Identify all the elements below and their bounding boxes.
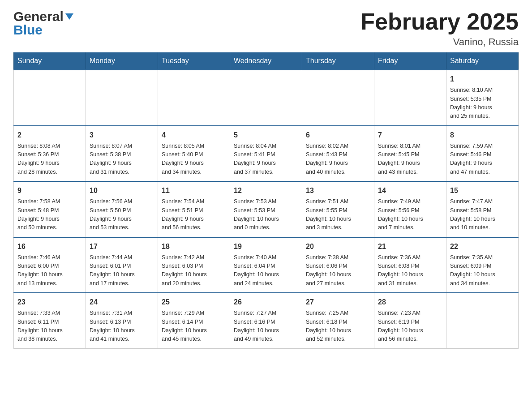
calendar-location: Vanino, Russia [360,36,519,48]
day-number: 4 [162,130,226,141]
calendar-cell: 12Sunrise: 7:53 AM Sunset: 5:53 PM Dayli… [230,181,302,237]
calendar-cell [86,70,158,126]
calendar-week-1: 1Sunrise: 8:10 AM Sunset: 5:35 PM Daylig… [14,70,519,126]
day-number: 15 [450,185,515,196]
weekday-header-friday: Friday [374,52,446,70]
day-info: Sunrise: 7:25 AM Sunset: 6:18 PM Dayligh… [306,309,370,344]
calendar-cell: 13Sunrise: 7:51 AM Sunset: 5:55 PM Dayli… [302,181,374,237]
day-number: 28 [378,297,442,308]
day-number: 23 [17,297,82,308]
day-info: Sunrise: 8:01 AM Sunset: 5:45 PM Dayligh… [378,142,442,177]
page-header: General Blue February 2025 Vanino, Russi… [13,9,519,48]
calendar-cell: 23Sunrise: 7:33 AM Sunset: 6:11 PM Dayli… [14,293,86,348]
weekday-header-tuesday: Tuesday [158,52,230,70]
weekday-header-thursday: Thursday [302,52,374,70]
day-number: 10 [90,185,154,196]
day-number: 3 [90,130,154,141]
day-info: Sunrise: 8:05 AM Sunset: 5:40 PM Dayligh… [162,142,226,177]
day-info: Sunrise: 7:56 AM Sunset: 5:50 PM Dayligh… [90,197,154,232]
day-number: 17 [90,241,154,252]
day-number: 18 [162,241,226,252]
day-info: Sunrise: 8:10 AM Sunset: 5:35 PM Dayligh… [450,86,515,121]
day-info: Sunrise: 7:29 AM Sunset: 6:14 PM Dayligh… [162,309,226,344]
calendar-cell: 3Sunrise: 8:07 AM Sunset: 5:38 PM Daylig… [86,126,158,182]
day-info: Sunrise: 7:59 AM Sunset: 5:46 PM Dayligh… [450,142,515,177]
calendar-cell: 16Sunrise: 7:46 AM Sunset: 6:00 PM Dayli… [14,237,86,293]
calendar-cell [14,70,86,126]
calendar-cell [374,70,446,126]
calendar-cell [446,293,519,348]
calendar-cell [302,70,374,126]
weekday-header-saturday: Saturday [446,52,519,70]
calendar-cell [158,70,230,126]
day-info: Sunrise: 7:42 AM Sunset: 6:03 PM Dayligh… [162,253,226,288]
day-number: 21 [378,241,442,252]
weekday-header-sunday: Sunday [14,52,86,70]
weekday-header-wednesday: Wednesday [230,52,302,70]
calendar-week-2: 2Sunrise: 8:08 AM Sunset: 5:36 PM Daylig… [14,126,519,182]
day-number: 5 [234,130,298,141]
calendar-cell: 2Sunrise: 8:08 AM Sunset: 5:36 PM Daylig… [14,126,86,182]
day-number: 1 [450,74,515,85]
weekday-header-row: SundayMondayTuesdayWednesdayThursdayFrid… [14,52,519,70]
calendar-cell: 6Sunrise: 8:02 AM Sunset: 5:43 PM Daylig… [302,126,374,182]
day-number: 27 [306,297,370,308]
calendar-cell: 8Sunrise: 7:59 AM Sunset: 5:46 PM Daylig… [446,126,519,182]
day-number: 2 [17,130,82,141]
logo-general-text: General [13,9,64,24]
day-number: 12 [234,185,298,196]
day-number: 13 [306,185,370,196]
day-number: 16 [17,241,82,252]
day-info: Sunrise: 7:53 AM Sunset: 5:53 PM Dayligh… [234,197,298,232]
day-info: Sunrise: 8:08 AM Sunset: 5:36 PM Dayligh… [17,142,82,177]
calendar-cell: 22Sunrise: 7:35 AM Sunset: 6:09 PM Dayli… [446,237,519,293]
calendar-cell: 7Sunrise: 8:01 AM Sunset: 5:45 PM Daylig… [374,126,446,182]
day-number: 25 [162,297,226,308]
calendar-cell: 11Sunrise: 7:54 AM Sunset: 5:51 PM Dayli… [158,181,230,237]
calendar-cell: 24Sunrise: 7:31 AM Sunset: 6:13 PM Dayli… [86,293,158,348]
calendar-cell: 26Sunrise: 7:27 AM Sunset: 6:16 PM Dayli… [230,293,302,348]
day-info: Sunrise: 7:54 AM Sunset: 5:51 PM Dayligh… [162,197,226,232]
calendar-title: February 2025 [360,9,519,34]
calendar-cell: 10Sunrise: 7:56 AM Sunset: 5:50 PM Dayli… [86,181,158,237]
calendar-cell: 20Sunrise: 7:38 AM Sunset: 6:06 PM Dayli… [302,237,374,293]
title-block: February 2025 Vanino, Russia [360,9,519,48]
day-number: 11 [162,185,226,196]
day-info: Sunrise: 7:58 AM Sunset: 5:48 PM Dayligh… [17,197,82,232]
calendar-cell: 28Sunrise: 7:23 AM Sunset: 6:19 PM Dayli… [374,293,446,348]
logo-blue-text: Blue [13,22,43,38]
day-info: Sunrise: 7:38 AM Sunset: 6:06 PM Dayligh… [306,253,370,288]
day-info: Sunrise: 8:07 AM Sunset: 5:38 PM Dayligh… [90,142,154,177]
day-info: Sunrise: 8:04 AM Sunset: 5:41 PM Dayligh… [234,142,298,177]
day-info: Sunrise: 7:49 AM Sunset: 5:56 PM Dayligh… [378,197,442,232]
day-info: Sunrise: 7:23 AM Sunset: 6:19 PM Dayligh… [378,309,442,344]
calendar-cell: 21Sunrise: 7:36 AM Sunset: 6:08 PM Dayli… [374,237,446,293]
calendar-cell: 9Sunrise: 7:58 AM Sunset: 5:48 PM Daylig… [14,181,86,237]
calendar-table: SundayMondayTuesdayWednesdayThursdayFrid… [13,52,519,349]
day-number: 26 [234,297,298,308]
day-number: 20 [306,241,370,252]
calendar-cell: 14Sunrise: 7:49 AM Sunset: 5:56 PM Dayli… [374,181,446,237]
calendar-cell: 17Sunrise: 7:44 AM Sunset: 6:01 PM Dayli… [86,237,158,293]
day-info: Sunrise: 7:27 AM Sunset: 6:16 PM Dayligh… [234,309,298,344]
logo: General Blue [13,9,74,38]
day-number: 24 [90,297,154,308]
weekday-header-monday: Monday [86,52,158,70]
logo-arrow-icon [64,12,74,23]
calendar-cell: 5Sunrise: 8:04 AM Sunset: 5:41 PM Daylig… [230,126,302,182]
day-info: Sunrise: 7:46 AM Sunset: 6:00 PM Dayligh… [17,253,82,288]
day-number: 8 [450,130,515,141]
day-info: Sunrise: 7:35 AM Sunset: 6:09 PM Dayligh… [450,253,515,288]
calendar-cell: 27Sunrise: 7:25 AM Sunset: 6:18 PM Dayli… [302,293,374,348]
day-number: 19 [234,241,298,252]
calendar-cell: 15Sunrise: 7:47 AM Sunset: 5:58 PM Dayli… [446,181,519,237]
day-info: Sunrise: 7:31 AM Sunset: 6:13 PM Dayligh… [90,309,154,344]
day-number: 14 [378,185,442,196]
day-number: 9 [17,185,82,196]
day-info: Sunrise: 8:02 AM Sunset: 5:43 PM Dayligh… [306,142,370,177]
calendar-cell: 1Sunrise: 8:10 AM Sunset: 5:35 PM Daylig… [446,70,519,126]
day-info: Sunrise: 7:40 AM Sunset: 6:04 PM Dayligh… [234,253,298,288]
day-info: Sunrise: 7:33 AM Sunset: 6:11 PM Dayligh… [17,309,82,344]
day-info: Sunrise: 7:47 AM Sunset: 5:58 PM Dayligh… [450,197,515,232]
calendar-week-3: 9Sunrise: 7:58 AM Sunset: 5:48 PM Daylig… [14,181,519,237]
